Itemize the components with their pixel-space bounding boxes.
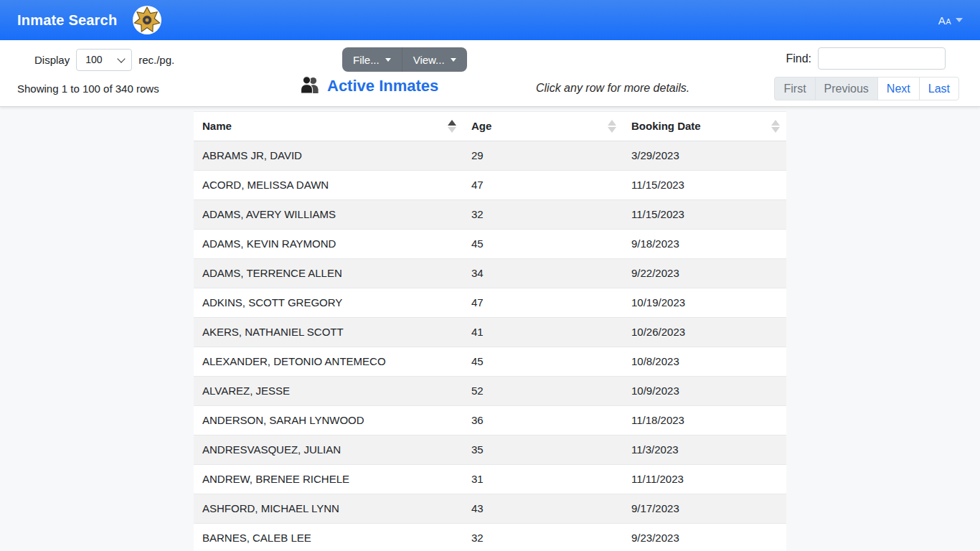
table-row[interactable]: ADAMS, AVERY WILLIAMS 32 11/15/2023	[194, 199, 786, 229]
column-header-age[interactable]: Age	[463, 112, 623, 141]
cell-name: ADAMS, KEVIN RAYMOND	[194, 229, 463, 258]
cell-booking-date: 10/26/2023	[623, 317, 786, 347]
cell-name: ALVAREZ, JESSE	[194, 376, 463, 405]
find-label: Find:	[786, 52, 811, 65]
table-row[interactable]: ANDREW, BRENEE RICHELE 31 11/11/2023	[194, 464, 786, 494]
app-title: Inmate Search	[17, 12, 117, 29]
cell-age: 52	[463, 376, 623, 405]
cell-name: ADKINS, SCOTT GREGORY	[194, 288, 463, 317]
cell-booking-date: 10/8/2023	[623, 347, 786, 376]
pagination-first-button[interactable]: First	[774, 77, 815, 100]
inmate-table: Name Age Booking Date ABRAMS JR, DAVID 2…	[194, 112, 786, 551]
cell-age: 45	[463, 347, 623, 376]
chevron-down-icon	[451, 58, 456, 62]
table-row[interactable]: BARNES, CALEB LEE 32 9/23/2023	[194, 523, 786, 551]
table-row[interactable]: ADKINS, SCOTT GREGORY 47 10/19/2023	[194, 288, 786, 317]
cell-age: 31	[463, 464, 623, 494]
table-row[interactable]: ABRAMS JR, DAVID 29 3/29/2023	[194, 141, 786, 170]
table-row[interactable]: AKERS, NATHANIEL SCOTT 41 10/26/2023	[194, 317, 786, 347]
table-row[interactable]: ACORD, MELISSA DAWN 47 11/15/2023	[194, 170, 786, 199]
table-header-row: Name Age Booking Date	[194, 112, 786, 141]
inmate-table-body: ABRAMS JR, DAVID 29 3/29/2023 ACORD, MEL…	[194, 141, 786, 551]
table-row[interactable]: ALEXANDER, DETONIO ANTEMECO 45 10/8/2023	[194, 347, 786, 376]
page-size-group: Display 100 rec./pg.	[34, 47, 174, 72]
cell-age: 45	[463, 229, 623, 258]
cell-booking-date: 11/18/2023	[623, 405, 786, 435]
people-icon	[300, 75, 320, 97]
table-row[interactable]: ADAMS, KEVIN RAYMOND 45 9/18/2023	[194, 229, 786, 258]
cell-name: ANDERSON, SARAH LYNWOOD	[194, 405, 463, 435]
sheriff-badge-icon	[133, 6, 161, 34]
cell-age: 41	[463, 317, 623, 347]
cell-name: BARNES, CALEB LEE	[194, 523, 463, 551]
find-input[interactable]	[818, 47, 946, 70]
column-header-booking-date[interactable]: Booking Date	[623, 112, 786, 141]
cell-name: ANDREW, BRENEE RICHELE	[194, 464, 463, 494]
file-view-button-group: File... View...	[342, 47, 467, 72]
cell-age: 34	[463, 258, 623, 288]
table-title: Active Inmates	[327, 77, 438, 95]
view-button[interactable]: View...	[402, 47, 467, 72]
chevron-down-icon	[956, 18, 963, 22]
cell-booking-date: 9/23/2023	[623, 523, 786, 551]
cell-age: 47	[463, 288, 623, 317]
cell-age: 32	[463, 523, 623, 551]
cell-booking-date: 10/19/2023	[623, 288, 786, 317]
cell-booking-date: 11/3/2023	[623, 435, 786, 464]
pagination-previous-button[interactable]: Previous	[815, 77, 878, 100]
cell-booking-date: 3/29/2023	[623, 141, 786, 170]
cell-age: 32	[463, 199, 623, 229]
cell-name: ADAMS, TERRENCE ALLEN	[194, 258, 463, 288]
pagination: First Previous Next Last	[774, 77, 959, 100]
pagination-last-button[interactable]: Last	[919, 77, 959, 100]
cell-booking-date: 11/11/2023	[623, 464, 786, 494]
cell-age: 29	[463, 141, 623, 170]
sort-icon	[608, 120, 616, 133]
pagination-next-button[interactable]: Next	[877, 77, 920, 100]
page-size-select-wrap: 100	[76, 49, 132, 71]
cell-name: AKERS, NATHANIEL SCOTT	[194, 317, 463, 347]
cell-booking-date: 11/15/2023	[623, 170, 786, 199]
toolbar: Display 100 rec./pg. File... View... Fin…	[0, 40, 980, 107]
cell-name: ANDRESVASQUEZ, JULIAN	[194, 435, 463, 464]
table-row[interactable]: ASHFORD, MICHAEL LYNN 43 9/17/2023	[194, 494, 786, 523]
records-per-page-label: rec./pg.	[138, 54, 174, 66]
cell-name: ABRAMS JR, DAVID	[194, 141, 463, 170]
cell-name: ACORD, MELISSA DAWN	[194, 170, 463, 199]
column-header-name[interactable]: Name	[194, 112, 463, 141]
file-button[interactable]: File...	[342, 47, 402, 72]
chevron-down-icon	[385, 58, 391, 62]
column-label: Age	[471, 120, 491, 132]
cell-name: ASHFORD, MICHAEL LYNN	[194, 494, 463, 523]
cell-age: 36	[463, 405, 623, 435]
cell-booking-date: 9/18/2023	[623, 229, 786, 258]
sort-icon	[771, 120, 780, 133]
cell-name: ADAMS, AVERY WILLIAMS	[194, 199, 463, 229]
inmate-table-container: Name Age Booking Date ABRAMS JR, DAVID 2…	[194, 111, 786, 551]
font-size-label: Aa	[938, 14, 951, 27]
display-label: Display	[34, 54, 70, 66]
column-label: Name	[202, 120, 232, 132]
font-size-dropdown[interactable]: Aa	[938, 14, 963, 27]
showing-rows-status: Showing 1 to 100 of 340 rows	[17, 83, 159, 95]
sort-ascending-icon	[448, 120, 456, 133]
column-label: Booking Date	[631, 120, 701, 132]
find-group: Find:	[786, 47, 946, 70]
app-header: Inmate Search Aa	[0, 0, 980, 40]
cell-age: 47	[463, 170, 623, 199]
table-row[interactable]: ANDRESVASQUEZ, JULIAN 35 11/3/2023	[194, 435, 786, 464]
table-row[interactable]: ANDERSON, SARAH LYNWOOD 36 11/18/2023	[194, 405, 786, 435]
cell-booking-date: 11/15/2023	[623, 199, 786, 229]
file-button-label: File...	[353, 54, 380, 66]
cell-booking-date: 10/9/2023	[623, 376, 786, 405]
table-row[interactable]: ADAMS, TERRENCE ALLEN 34 9/22/2023	[194, 258, 786, 288]
table-row[interactable]: ALVAREZ, JESSE 52 10/9/2023	[194, 376, 786, 405]
cell-booking-date: 9/22/2023	[623, 258, 786, 288]
table-title-group: Active Inmates	[300, 75, 438, 97]
view-button-label: View...	[413, 54, 445, 66]
cell-name: ALEXANDER, DETONIO ANTEMECO	[194, 347, 463, 376]
cell-age: 43	[463, 494, 623, 523]
cell-booking-date: 9/17/2023	[623, 494, 786, 523]
page-size-select[interactable]: 100	[76, 49, 132, 71]
row-details-hint: Click any row for more details.	[536, 82, 689, 95]
